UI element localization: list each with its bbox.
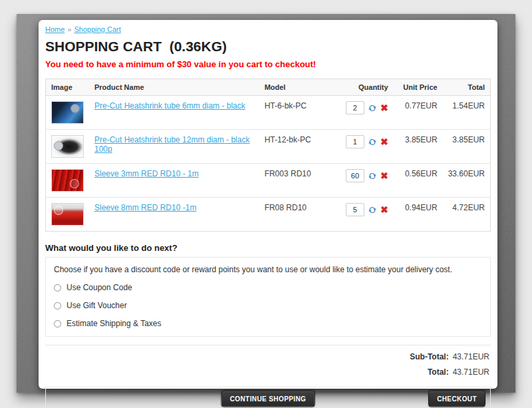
total-cell: 4.72EUR [443,198,491,232]
totals-row: Sub-Total: 43.71EUR [47,352,489,361]
next-option-radio[interactable] [54,320,61,327]
model-cell: HT-6-bk-PC [259,96,330,130]
product-name-cell: Pre-Cut Heatshrink tube 12mm diam - blac… [89,130,259,164]
cart-table-row: Pre-Cut Heatshrink tube 6mm diam - black… [46,96,491,130]
totals-value: 43.71EUR [451,352,489,361]
cart-table-row: Sleeve 3mm RED RD10 - 1m FR003 RD10 [46,164,491,198]
next-option-label: Estimate Shipping & Taxes [66,319,162,328]
thumbnail-coin-mark [70,104,80,113]
next-option-label: Use Gift Voucher [66,301,127,310]
quantity-input[interactable] [346,101,364,114]
unit-price-cell: 0.77EUR [394,96,443,130]
thumbnail-coin-mark [54,206,63,215]
column-header-quantity: Quantity [330,79,394,96]
cart-table-header-row: Image Product Name Model Quantity Unit P… [46,79,491,96]
unit-price-cell: 3.85EUR [394,130,443,164]
update-quantity-icon[interactable] [368,206,377,214]
product-name-link[interactable]: Sleeve 8mm RED RD10 -1m [94,203,196,212]
product-thumbnail [51,203,84,226]
model-cell: FR003 RD10 [259,164,330,198]
refresh-arrows-icon [368,206,377,214]
next-option[interactable]: Estimate Shipping & Taxes [54,319,482,328]
unit-price-cell: 0.56EUR [394,164,443,198]
next-option[interactable]: Use Coupon Code [54,283,482,292]
thumbnail-coin-mark [54,141,63,150]
totals-label: Total: [428,367,449,377]
next-steps-box: Choose if you have a discount code or re… [45,257,491,337]
quantity-cell: ✖ [330,96,394,130]
breadcrumb: Home»Shopping Cart [45,25,491,34]
next-steps-heading: What would you like to do next? [45,243,491,253]
breadcrumb-separator: » [67,25,71,33]
product-name-link[interactable]: Pre-Cut Heatshrink tube 6mm diam - black [94,101,245,110]
product-name-cell: Sleeve 3mm RED RD10 - 1m [89,164,259,198]
next-steps-description: Choose if you have a discount code or re… [54,265,482,274]
remove-item-icon[interactable]: ✖ [380,137,388,146]
product-thumbnail [51,101,84,124]
remove-item-icon[interactable]: ✖ [380,205,388,214]
remove-item-icon[interactable]: ✖ [380,171,388,180]
shopping-cart-page: Home»Shopping Cart SHOPPING CART (0.36KG… [39,20,497,389]
product-name-link[interactable]: Pre-Cut Heatshrink tube 12mm diam - blac… [94,135,249,154]
image-cell [46,198,90,232]
product-name-cell: Pre-Cut Heatshrink tube 6mm diam - black [89,96,259,130]
product-thumbnail [51,135,84,158]
image-cell [46,164,90,198]
continue-shopping-button[interactable]: CONTINUE SHOPPING [221,391,315,407]
next-option[interactable]: Use Gift Voucher [54,301,482,310]
image-cell [46,96,90,130]
next-option-radio[interactable] [54,302,61,309]
thumbnail-coin-mark [70,179,79,188]
product-name-cell: Sleeve 8mm RED RD10 -1m [89,198,259,232]
column-header-model: Model [259,79,330,96]
quantity-cell: ✖ [330,198,394,232]
update-quantity-icon[interactable] [368,104,377,112]
column-header-product-name: Product Name [89,79,259,96]
remove-item-icon[interactable]: ✖ [380,103,388,112]
image-cell [46,130,90,164]
total-cell: 1.54EUR [443,96,491,130]
model-cell: FR08 RD10 [259,198,330,232]
actions-bar: CONTINUE SHOPPING CHECKOUT [45,387,491,408]
column-header-image: Image [46,79,90,96]
update-quantity-icon[interactable] [368,138,377,146]
quantity-input[interactable] [346,135,364,148]
column-header-total: Total [443,79,491,96]
page-title: SHOPPING CART (0.36KG) [45,39,491,55]
cart-table-row: Pre-Cut Heatshrink tube 12mm diam - blac… [46,130,491,164]
quantity-cell: ✖ [330,164,394,198]
unit-price-cell: 0.94EUR [394,198,443,232]
total-cell: 33.60EUR [443,164,491,198]
update-quantity-icon[interactable] [368,172,377,180]
quantity-input[interactable] [346,169,364,182]
checkout-button[interactable]: CHECKOUT [428,391,485,407]
quantity-cell: ✖ [330,130,394,164]
minimum-value-warning: You need to have a minimum of $30 value … [45,59,491,69]
quantity-input[interactable] [346,203,364,216]
refresh-arrows-icon [368,138,377,146]
next-option-radio[interactable] [54,284,61,292]
totals-block: Sub-Total: 43.71EUR Total: 43.71EUR [45,345,491,384]
totals-row: Total: 43.71EUR [47,367,489,377]
cart-table-body: Pre-Cut Heatshrink tube 6mm diam - black… [46,96,491,232]
column-header-unit-price: Unit Price [394,79,443,96]
totals-label: Sub-Total: [410,352,448,361]
breadcrumb-link-home[interactable]: Home [45,25,65,33]
refresh-arrows-icon [368,104,377,112]
breadcrumb-link-shopping-cart[interactable]: Shopping Cart [74,25,120,33]
model-cell: HT-12-bk-PC [259,130,330,164]
cart-table: Image Product Name Model Quantity Unit P… [45,79,491,232]
next-option-label: Use Coupon Code [66,283,132,292]
totals-value: 43.71EUR [451,367,489,377]
product-name-link[interactable]: Sleeve 3mm RED RD10 - 1m [94,169,199,178]
refresh-arrows-icon [368,172,377,180]
total-cell: 3.85EUR [443,130,491,164]
cart-table-row: Sleeve 8mm RED RD10 -1m FR08 RD10 [46,198,491,232]
product-thumbnail [51,169,84,192]
